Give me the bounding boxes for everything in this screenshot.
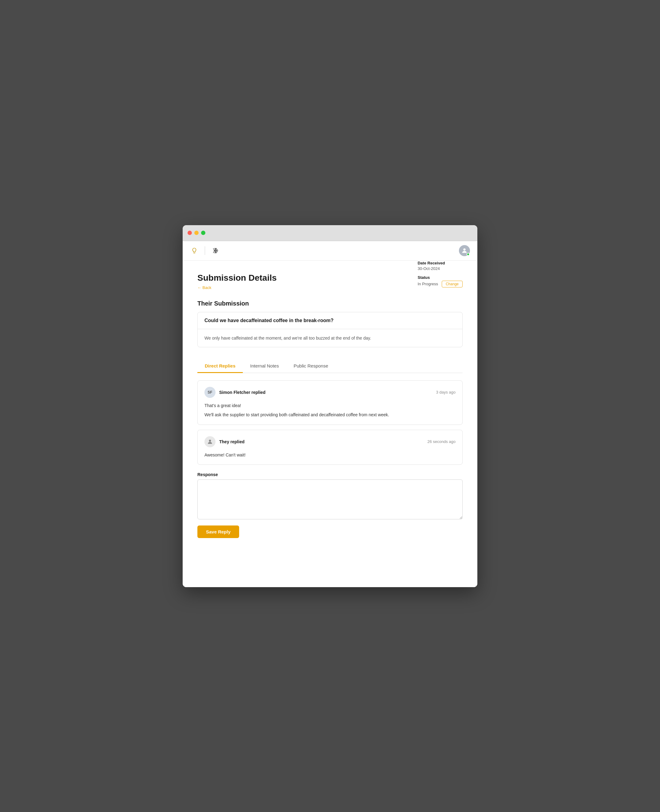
response-label: Response — [197, 472, 463, 477]
tab-public-response[interactable]: Public Response — [286, 359, 336, 373]
reply-author-1: Simon Fletcher replied — [219, 390, 265, 395]
status-value: In Progress — [417, 282, 438, 286]
toolbar — [182, 241, 478, 261]
save-reply-button[interactable]: Save Reply — [197, 526, 239, 538]
avatar-they — [205, 436, 216, 447]
titlebar — [182, 225, 478, 241]
reply-text-2: Awesome! Can't wait! — [205, 451, 455, 458]
maximize-button[interactable] — [201, 231, 205, 235]
svg-point-1 — [463, 249, 465, 251]
minimize-button[interactable] — [194, 231, 198, 235]
close-button[interactable] — [187, 231, 192, 235]
status-label: Status — [417, 275, 463, 280]
svg-point-2 — [209, 440, 211, 442]
lightbulb-icon[interactable] — [190, 246, 198, 255]
tabs: Direct Replies Internal Notes Public Res… — [197, 359, 463, 373]
online-indicator — [466, 253, 470, 256]
reply-author-2: They replied — [219, 439, 244, 444]
reply-author-row-2: They replied — [205, 436, 244, 447]
user-avatar[interactable] — [459, 245, 470, 256]
reply-timestamp-1: 3 days ago — [436, 390, 455, 394]
status-row: In Progress Change — [417, 281, 463, 287]
date-received-value: 30-Oct-2024 — [417, 266, 463, 271]
response-textarea[interactable] — [197, 480, 463, 519]
tab-direct-replies[interactable]: Direct Replies — [197, 359, 243, 373]
tab-internal-notes[interactable]: Internal Notes — [243, 359, 286, 373]
nav-forward-icon[interactable] — [211, 246, 220, 255]
main-content: Date Received 30-Oct-2024 Status In Prog… — [182, 261, 478, 587]
submission-title: Could we have decaffeinated coffee in th… — [198, 312, 462, 329]
back-link[interactable]: ← Back — [197, 285, 211, 290]
submission-meta: Date Received 30-Oct-2024 Status In Prog… — [417, 261, 463, 287]
submission-body: We only have caffeinated at the moment, … — [198, 329, 462, 347]
date-received-label: Date Received — [417, 261, 463, 265]
reply-card-2: They replied 26 seconds ago Awesome! Can… — [197, 430, 463, 465]
reply-timestamp-2: 26 seconds ago — [427, 439, 455, 444]
avatar-sf: SF — [205, 387, 216, 398]
traffic-lights — [187, 231, 205, 235]
reply-author-row-1: SF Simon Fletcher replied — [205, 387, 265, 398]
app-window: Date Received 30-Oct-2024 Status In Prog… — [182, 225, 478, 587]
reply-header-1: SF Simon Fletcher replied 3 days ago — [205, 387, 455, 398]
reply-text-1: That's a great idea! We'll ask the suppl… — [205, 402, 455, 418]
change-status-button[interactable]: Change — [442, 281, 463, 287]
submission-section-title: Their Submission — [197, 300, 463, 307]
toolbar-left — [190, 246, 220, 255]
response-section: Response Save Reply — [197, 472, 463, 538]
reply-header-2: They replied 26 seconds ago — [205, 436, 455, 447]
submission-box: Could we have decaffeinated coffee in th… — [197, 312, 463, 347]
reply-card-1: SF Simon Fletcher replied 3 days ago Tha… — [197, 380, 463, 425]
